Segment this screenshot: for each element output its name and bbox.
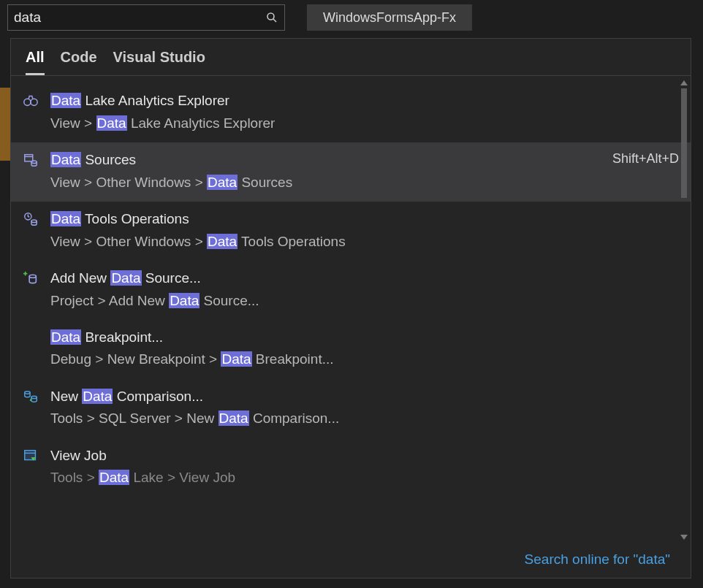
highlight-match: Data — [169, 293, 200, 308]
highlight-match: Data — [50, 211, 81, 226]
svg-line-1 — [273, 19, 276, 22]
result-body: Data SourcesView > Other Windows > Data … — [50, 150, 602, 193]
results-area: Data Lake Analytics ExplorerView > Data … — [11, 76, 691, 544]
highlight-match: Data — [82, 389, 113, 404]
job-icon — [21, 446, 40, 489]
search-result[interactable]: View JobTools > Data Lake > View Job — [11, 438, 691, 497]
result-title: Add New Data Source... — [50, 268, 679, 289]
svg-point-7 — [31, 161, 37, 164]
project-tab[interactable]: WindowsFormsApp-Fx — [307, 4, 472, 31]
filter-tab-all[interactable]: All — [26, 49, 45, 75]
result-title: View Job — [50, 446, 679, 466]
filter-tab-code[interactable]: Code — [61, 49, 97, 75]
highlight-match: Data — [207, 175, 238, 190]
search-result[interactable]: Add New Data Source...Project > Add New … — [11, 261, 691, 320]
svg-rect-5 — [25, 155, 33, 161]
search-box[interactable] — [7, 4, 285, 31]
filter-tab-visual-studio[interactable]: Visual Studio — [113, 49, 205, 75]
search-result[interactable]: Data SourcesView > Other Windows > Data … — [11, 142, 691, 202]
search-icon[interactable] — [265, 11, 278, 24]
highlight-match: Data — [96, 115, 127, 131]
highlight-match: Data — [50, 152, 81, 167]
result-path: Project > Add New Data Source... — [50, 290, 679, 311]
compare-database-icon — [21, 386, 40, 429]
highlight-match: Data — [99, 470, 129, 485]
scroll-down-icon[interactable] — [680, 535, 688, 540]
add-database-icon — [21, 268, 40, 311]
result-body: Data Tools OperationsView > Other Window… — [50, 209, 679, 252]
result-title: Data Sources — [50, 150, 602, 170]
result-path: View > Data Lake Analytics Explorer — [50, 112, 679, 134]
background-accent-stripe — [0, 88, 10, 161]
svg-point-0 — [267, 13, 274, 20]
search-result[interactable]: New Data Comparison...Tools > SQL Server… — [11, 379, 691, 438]
result-title: Data Tools Operations — [50, 209, 679, 229]
result-body: Data Breakpoint...Debug > New Breakpoint… — [50, 327, 679, 370]
scroll-up-icon[interactable] — [680, 80, 688, 85]
highlight-match: Data — [221, 351, 251, 367]
database-window-icon — [21, 150, 40, 193]
result-body: View JobTools > Data Lake > View Job — [50, 446, 679, 489]
svg-point-2 — [24, 99, 31, 105]
highlight-match: Data — [50, 329, 81, 345]
svg-point-9 — [31, 220, 37, 223]
svg-point-12 — [29, 275, 36, 278]
results-list: Data Lake Analytics ExplorerView > Data … — [11, 76, 691, 544]
result-body: Data Lake Analytics ExplorerView > Data … — [50, 91, 679, 134]
result-body: New Data Comparison...Tools > SQL Server… — [50, 386, 679, 429]
filter-tabs: AllCodeVisual Studio — [11, 39, 691, 76]
result-title: New Data Comparison... — [50, 386, 679, 407]
keyboard-shortcut: Shift+Alt+D — [612, 150, 679, 193]
result-path: Tools > Data Lake > View Job — [50, 467, 679, 488]
result-title: Data Breakpoint... — [50, 327, 679, 348]
highlight-match: Data — [50, 93, 81, 108]
svg-point-3 — [31, 99, 37, 105]
highlight-match: Data — [207, 234, 238, 249]
search-result[interactable]: Data Tools OperationsView > Other Window… — [11, 202, 691, 261]
result-path: Debug > New Breakpoint > Data Breakpoint… — [50, 348, 679, 370]
top-bar: WindowsFormsApp-Fx — [0, 0, 703, 35]
result-path: View > Other Windows > Data Tools Operat… — [50, 231, 679, 252]
result-body: Add New Data Source...Project > Add New … — [50, 268, 679, 311]
search-input[interactable] — [14, 9, 265, 26]
search-online-link[interactable]: Search online for "data" — [525, 551, 670, 567]
blank-icon — [21, 327, 40, 370]
scrollbar[interactable] — [680, 80, 688, 540]
search-result[interactable]: Data Lake Analytics ExplorerView > Data … — [11, 83, 691, 142]
highlight-match: Data — [110, 270, 141, 286]
search-result[interactable]: Data Breakpoint...Debug > New Breakpoint… — [11, 320, 691, 379]
clock-database-icon — [21, 209, 40, 252]
result-path: View > Other Windows > Data Sources — [50, 172, 602, 193]
result-path: Tools > SQL Server > New Data Comparison… — [50, 408, 679, 429]
scroll-thumb[interactable] — [681, 88, 687, 198]
panel-footer: Search online for "data" — [11, 544, 691, 578]
search-results-panel: AllCodeVisual Studio Data Lake Analytics… — [10, 38, 691, 579]
result-title: Data Lake Analytics Explorer — [50, 91, 679, 111]
svg-point-13 — [25, 392, 30, 394]
svg-point-14 — [31, 396, 37, 398]
highlight-match: Data — [218, 411, 249, 426]
binoculars-icon — [21, 91, 40, 134]
